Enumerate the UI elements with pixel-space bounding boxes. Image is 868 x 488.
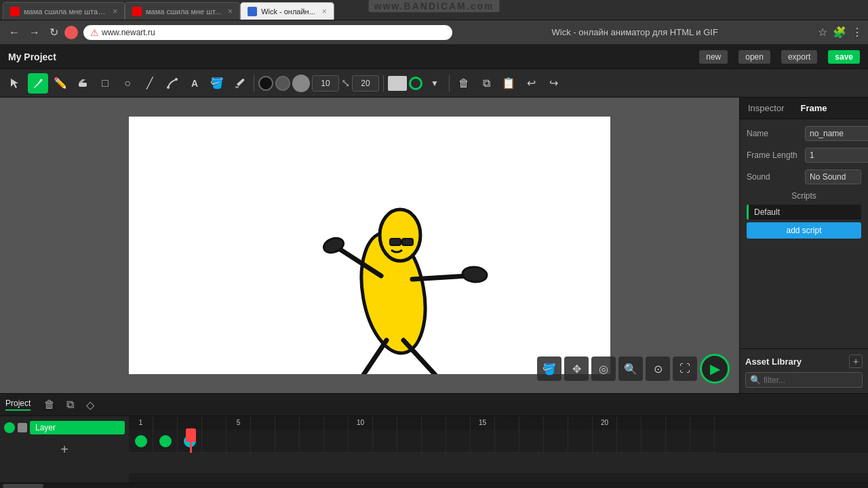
extensions-button[interactable]: 🧩 (833, 26, 846, 39)
pencil-tool[interactable]: ✏️ (50, 73, 71, 94)
add-script-button[interactable]: add script (747, 222, 861, 239)
line-tool[interactable]: ╱ (140, 73, 160, 94)
frame-cell-10[interactable] (349, 430, 373, 453)
add-layer-button[interactable]: + (60, 442, 68, 458)
outline-indicator[interactable] (409, 77, 422, 90)
frame-cell-7[interactable] (275, 430, 300, 453)
timeline-scrollbar[interactable] (3, 484, 43, 488)
forward-button[interactable]: → (26, 25, 43, 40)
tab3-favicon (248, 7, 257, 16)
zoom-ctrl[interactable]: 🔍 (618, 357, 643, 381)
sound-value[interactable]: No Sound (805, 169, 861, 184)
brush-tool[interactable] (28, 73, 48, 94)
asset-add-button[interactable]: + (849, 354, 863, 368)
frame-cell-18[interactable] (544, 430, 568, 453)
bookmarks-button[interactable]: ☆ (818, 26, 827, 39)
inspector-tab[interactable]: Inspector (740, 98, 792, 119)
frame-cell-5[interactable] (226, 430, 251, 453)
copy-button[interactable]: 📋 (498, 73, 519, 94)
frame-cell-15[interactable] (471, 430, 495, 453)
frame-number-23 (666, 416, 690, 430)
tab3-close[interactable]: × (322, 7, 327, 16)
canvas-wrapper[interactable]: 🪣 ✥ ◎ 🔍 ⊙ ⛶ ▶ (0, 98, 739, 393)
color-swatch[interactable] (388, 76, 407, 91)
frame-cell-9[interactable] (324, 430, 349, 453)
stroke-size-input[interactable] (312, 75, 339, 92)
layer-visibility[interactable] (4, 422, 15, 433)
tab2-close[interactable]: × (228, 7, 233, 16)
target-ctrl[interactable]: ⊙ (646, 357, 670, 381)
frame-cell-11[interactable] (373, 430, 397, 453)
fill-tool[interactable]: 🪣 (207, 73, 227, 94)
frame-cell-21[interactable] (617, 430, 642, 453)
fill-color[interactable] (258, 76, 273, 91)
tl-delete-btn[interactable]: 🗑 (41, 396, 58, 413)
frame-cell-12[interactable] (397, 430, 422, 453)
center-ctrl[interactable]: ◎ (591, 357, 616, 381)
tab-1[interactable]: мама сшила мне штаны... × (3, 2, 125, 20)
tl-duplicate-btn[interactable]: ⧉ (62, 396, 78, 413)
move-ctrl[interactable]: ✥ (564, 357, 589, 381)
eraser-tool[interactable] (73, 73, 93, 94)
security-warning-icon: ⚠ (90, 27, 99, 38)
tl-keyframe-btn[interactable]: ◇ (82, 396, 98, 413)
redo-button[interactable]: ↪ (543, 73, 564, 94)
text-tool[interactable]: A (184, 73, 205, 94)
dropdown-button[interactable]: ▼ (425, 73, 445, 94)
layer-name[interactable]: Layer (30, 421, 125, 434)
playhead[interactable] (190, 430, 192, 453)
frame-cell-22[interactable] (642, 430, 666, 453)
menu-button[interactable]: ⋮ (852, 26, 863, 39)
browser-nav: ← → ↻ (5, 24, 78, 40)
path-tool[interactable] (162, 73, 182, 94)
paint-bucket-ctrl[interactable]: 🪣 (537, 357, 561, 381)
frame-dot-1 (135, 435, 147, 447)
open-button[interactable]: open (738, 50, 770, 64)
frame-cell-23[interactable] (666, 430, 690, 453)
selection-tool[interactable] (5, 73, 26, 94)
stroke-color[interactable] (275, 76, 290, 91)
eyedropper-tool[interactable] (229, 73, 250, 94)
reload-button[interactable]: ↻ (46, 24, 62, 40)
asset-filter[interactable]: 🔍 (745, 372, 863, 388)
frame-cell-6[interactable] (251, 430, 275, 453)
frame-cell-20[interactable] (593, 430, 617, 453)
frame-cell-19[interactable] (568, 430, 593, 453)
frame-cell-1[interactable] (129, 430, 153, 453)
frame-cell-2[interactable] (153, 430, 178, 453)
delete-button[interactable]: 🗑 (454, 73, 474, 94)
asset-library-section: Asset Library + 🔍 (740, 348, 868, 393)
frame-cell-8[interactable] (300, 430, 324, 453)
address-bar[interactable]: ⚠ www.newart.ru (83, 25, 452, 40)
tab1-close[interactable]: × (113, 7, 117, 16)
filter-input[interactable] (764, 375, 845, 385)
frame-length-input[interactable] (805, 148, 868, 163)
new-button[interactable]: new (699, 50, 728, 64)
frame-cell-16[interactable] (495, 430, 519, 453)
fill-size-input[interactable] (352, 75, 379, 92)
frame-cell-17[interactable] (519, 430, 544, 453)
save-button[interactable]: save (828, 50, 860, 64)
fullscreen-ctrl[interactable]: ⛶ (673, 357, 697, 381)
back-button[interactable]: ← (5, 25, 23, 40)
app-title: My Project (8, 52, 56, 62)
duplicate-button[interactable]: ⧉ (476, 73, 496, 94)
frames-area[interactable]: 15101520 (129, 416, 868, 483)
frame-cell-13[interactable] (422, 430, 446, 453)
tab-3[interactable]: Wick - онлайн... × (240, 2, 334, 20)
circle-tool[interactable]: ○ (117, 73, 138, 94)
frame-cell-24[interactable] (690, 430, 715, 453)
layer-lock[interactable] (18, 423, 27, 432)
play-button[interactable]: ▶ (700, 354, 730, 384)
asset-library-title: Asset Library (745, 357, 802, 367)
tab-2[interactable]: мама сшила мне шт... × (125, 2, 240, 20)
rectangle-tool[interactable]: □ (95, 73, 115, 94)
name-input[interactable] (805, 126, 868, 141)
frame-cell-14[interactable] (446, 430, 471, 453)
default-script[interactable]: Default (747, 205, 861, 220)
export-button[interactable]: export (781, 50, 817, 64)
frame-tab[interactable]: Frame (792, 98, 835, 119)
undo-button[interactable]: ↩ (521, 73, 541, 94)
frame-cell-4[interactable] (202, 430, 226, 453)
project-tab[interactable]: Project (5, 399, 31, 411)
